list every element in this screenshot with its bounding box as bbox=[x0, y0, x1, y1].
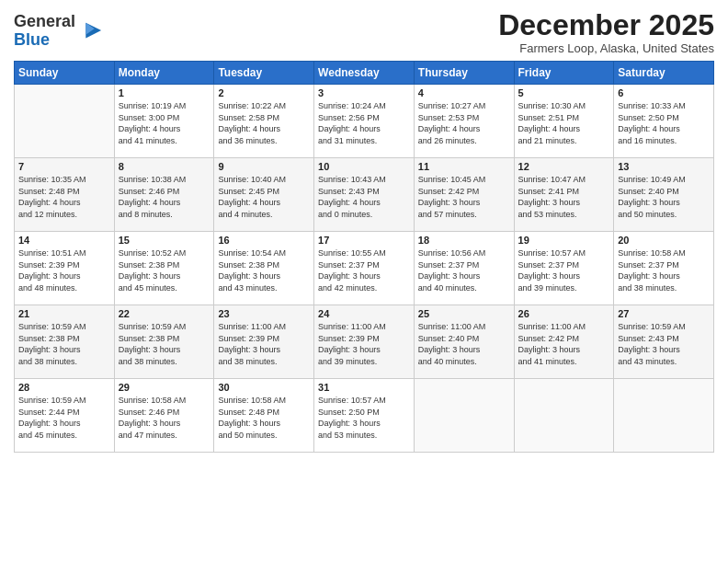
week-row-2: 7Sunrise: 10:35 AM Sunset: 2:48 PM Dayli… bbox=[15, 158, 714, 232]
day-info: Sunrise: 10:59 AM Sunset: 2:44 PM Daylig… bbox=[18, 395, 110, 441]
calendar-cell: 27Sunrise: 10:59 AM Sunset: 2:43 PM Dayl… bbox=[614, 305, 714, 379]
day-number: 3 bbox=[318, 87, 410, 98]
day-number: 21 bbox=[18, 308, 110, 319]
logo-icon bbox=[77, 18, 103, 44]
day-info: Sunrise: 10:49 AM Sunset: 2:40 PM Daylig… bbox=[618, 174, 710, 220]
weekday-header-wednesday: Wednesday bbox=[314, 62, 415, 85]
calendar-cell: 1Sunrise: 10:19 AM Sunset: 3:00 PM Dayli… bbox=[114, 85, 214, 158]
day-info: Sunrise: 10:47 AM Sunset: 2:41 PM Daylig… bbox=[518, 174, 610, 220]
week-row-5: 28Sunrise: 10:59 AM Sunset: 2:44 PM Dayl… bbox=[15, 379, 714, 453]
day-number: 23 bbox=[218, 308, 310, 319]
day-info: Sunrise: 11:00 AM Sunset: 2:42 PM Daylig… bbox=[518, 321, 610, 367]
day-info: Sunrise: 10:24 AM Sunset: 2:56 PM Daylig… bbox=[318, 100, 410, 146]
calendar-cell: 25Sunrise: 11:00 AM Sunset: 2:40 PM Dayl… bbox=[414, 305, 514, 379]
day-info: Sunrise: 10:27 AM Sunset: 2:53 PM Daylig… bbox=[418, 100, 510, 146]
day-number: 29 bbox=[119, 382, 210, 393]
day-number: 31 bbox=[318, 382, 410, 393]
day-number: 26 bbox=[518, 308, 610, 319]
day-info: Sunrise: 10:58 AM Sunset: 2:48 PM Daylig… bbox=[218, 395, 310, 441]
week-row-4: 21Sunrise: 10:59 AM Sunset: 2:38 PM Dayl… bbox=[15, 305, 714, 379]
calendar-cell: 26Sunrise: 11:00 AM Sunset: 2:42 PM Dayl… bbox=[514, 305, 614, 379]
day-number: 18 bbox=[418, 235, 510, 246]
day-info: Sunrise: 10:51 AM Sunset: 2:39 PM Daylig… bbox=[18, 247, 110, 293]
week-row-1: 1Sunrise: 10:19 AM Sunset: 3:00 PM Dayli… bbox=[15, 85, 714, 158]
calendar-cell bbox=[614, 379, 714, 453]
calendar-cell: 29Sunrise: 10:58 AM Sunset: 2:46 PM Dayl… bbox=[114, 379, 214, 453]
calendar-cell: 17Sunrise: 10:55 AM Sunset: 2:37 PM Dayl… bbox=[314, 232, 415, 305]
calendar-cell: 11Sunrise: 10:45 AM Sunset: 2:42 PM Dayl… bbox=[414, 158, 514, 232]
calendar-cell: 9Sunrise: 10:40 AM Sunset: 2:45 PM Dayli… bbox=[214, 158, 314, 232]
day-info: Sunrise: 10:30 AM Sunset: 2:51 PM Daylig… bbox=[518, 100, 610, 146]
logo-blue: Blue bbox=[14, 30, 50, 49]
weekday-header-saturday: Saturday bbox=[614, 62, 714, 85]
calendar-cell bbox=[15, 85, 115, 158]
calendar-cell: 21Sunrise: 10:59 AM Sunset: 2:38 PM Dayl… bbox=[15, 305, 115, 379]
day-info: Sunrise: 10:58 AM Sunset: 2:46 PM Daylig… bbox=[119, 395, 210, 441]
day-number: 5 bbox=[518, 87, 610, 98]
weekday-header-row: SundayMondayTuesdayWednesdayThursdayFrid… bbox=[15, 62, 714, 85]
title-block: December 2025 Farmers Loop, Alaska, Unit… bbox=[498, 9, 714, 55]
calendar-cell: 18Sunrise: 10:56 AM Sunset: 2:37 PM Dayl… bbox=[414, 232, 514, 305]
day-info: Sunrise: 10:57 AM Sunset: 2:50 PM Daylig… bbox=[318, 395, 410, 441]
day-number: 27 bbox=[618, 308, 710, 319]
day-info: Sunrise: 11:00 AM Sunset: 2:40 PM Daylig… bbox=[418, 321, 510, 367]
day-number: 30 bbox=[218, 382, 310, 393]
logo-general: General bbox=[14, 12, 75, 30]
calendar-cell: 20Sunrise: 10:58 AM Sunset: 2:37 PM Dayl… bbox=[614, 232, 714, 305]
calendar-body: 1Sunrise: 10:19 AM Sunset: 3:00 PM Dayli… bbox=[15, 85, 714, 453]
day-number: 25 bbox=[418, 308, 510, 319]
calendar-cell: 5Sunrise: 10:30 AM Sunset: 2:51 PM Dayli… bbox=[514, 85, 614, 158]
calendar-cell: 23Sunrise: 11:00 AM Sunset: 2:39 PM Dayl… bbox=[214, 305, 314, 379]
calendar-cell: 4Sunrise: 10:27 AM Sunset: 2:53 PM Dayli… bbox=[414, 85, 514, 158]
day-info: Sunrise: 10:35 AM Sunset: 2:48 PM Daylig… bbox=[18, 174, 110, 220]
header: General Blue December 2025 Farmers Loop,… bbox=[14, 9, 714, 55]
day-number: 20 bbox=[618, 235, 710, 246]
day-number: 11 bbox=[418, 161, 510, 172]
day-number: 8 bbox=[119, 161, 210, 172]
calendar-cell: 31Sunrise: 10:57 AM Sunset: 2:50 PM Dayl… bbox=[314, 379, 415, 453]
calendar-cell: 14Sunrise: 10:51 AM Sunset: 2:39 PM Dayl… bbox=[15, 232, 115, 305]
calendar-cell: 2Sunrise: 10:22 AM Sunset: 2:58 PM Dayli… bbox=[214, 85, 314, 158]
day-number: 14 bbox=[18, 235, 110, 246]
day-number: 24 bbox=[318, 308, 410, 319]
weekday-header-thursday: Thursday bbox=[414, 62, 514, 85]
weekday-header-monday: Monday bbox=[114, 62, 214, 85]
day-number: 16 bbox=[218, 235, 310, 246]
day-number: 1 bbox=[119, 87, 210, 98]
day-number: 13 bbox=[618, 161, 710, 172]
calendar-cell: 7Sunrise: 10:35 AM Sunset: 2:48 PM Dayli… bbox=[15, 158, 115, 232]
weekday-header-sunday: Sunday bbox=[15, 62, 115, 85]
calendar-cell bbox=[414, 379, 514, 453]
calendar-cell: 24Sunrise: 11:00 AM Sunset: 2:39 PM Dayl… bbox=[314, 305, 415, 379]
day-info: Sunrise: 10:38 AM Sunset: 2:46 PM Daylig… bbox=[119, 174, 210, 220]
day-info: Sunrise: 10:40 AM Sunset: 2:45 PM Daylig… bbox=[218, 174, 310, 220]
day-info: Sunrise: 10:33 AM Sunset: 2:50 PM Daylig… bbox=[618, 100, 710, 146]
calendar-cell: 8Sunrise: 10:38 AM Sunset: 2:46 PM Dayli… bbox=[114, 158, 214, 232]
day-number: 4 bbox=[418, 87, 510, 98]
calendar-cell: 30Sunrise: 10:58 AM Sunset: 2:48 PM Dayl… bbox=[214, 379, 314, 453]
day-number: 9 bbox=[218, 161, 310, 172]
day-info: Sunrise: 10:59 AM Sunset: 2:43 PM Daylig… bbox=[618, 321, 710, 367]
day-info: Sunrise: 10:43 AM Sunset: 2:43 PM Daylig… bbox=[318, 174, 410, 220]
location: Farmers Loop, Alaska, United States bbox=[498, 41, 714, 55]
calendar-cell: 19Sunrise: 10:57 AM Sunset: 2:37 PM Dayl… bbox=[514, 232, 614, 305]
day-number: 12 bbox=[518, 161, 610, 172]
day-number: 2 bbox=[218, 87, 310, 98]
day-info: Sunrise: 10:56 AM Sunset: 2:37 PM Daylig… bbox=[418, 247, 510, 293]
logo: General Blue bbox=[14, 13, 103, 50]
calendar-cell: 3Sunrise: 10:24 AM Sunset: 2:56 PM Dayli… bbox=[314, 85, 415, 158]
day-number: 10 bbox=[318, 161, 410, 172]
calendar-cell: 28Sunrise: 10:59 AM Sunset: 2:44 PM Dayl… bbox=[15, 379, 115, 453]
day-info: Sunrise: 10:45 AM Sunset: 2:42 PM Daylig… bbox=[418, 174, 510, 220]
day-number: 17 bbox=[318, 235, 410, 246]
day-number: 28 bbox=[18, 382, 110, 393]
day-number: 22 bbox=[119, 308, 210, 319]
day-info: Sunrise: 10:19 AM Sunset: 3:00 PM Daylig… bbox=[119, 100, 210, 146]
day-info: Sunrise: 10:55 AM Sunset: 2:37 PM Daylig… bbox=[318, 247, 410, 293]
day-number: 7 bbox=[18, 161, 110, 172]
day-info: Sunrise: 11:00 AM Sunset: 2:39 PM Daylig… bbox=[318, 321, 410, 367]
day-info: Sunrise: 11:00 AM Sunset: 2:39 PM Daylig… bbox=[218, 321, 310, 367]
day-number: 6 bbox=[618, 87, 710, 98]
calendar-cell: 16Sunrise: 10:54 AM Sunset: 2:38 PM Dayl… bbox=[214, 232, 314, 305]
calendar-cell: 10Sunrise: 10:43 AM Sunset: 2:43 PM Dayl… bbox=[314, 158, 415, 232]
